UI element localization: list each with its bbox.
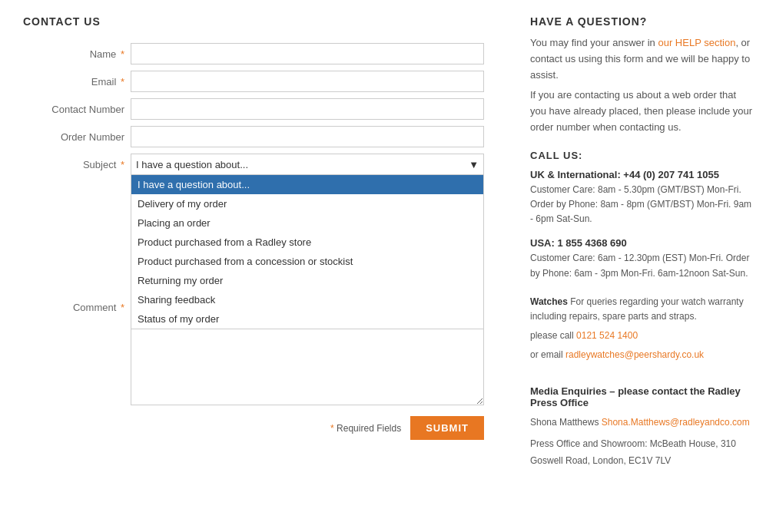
email-label: Email * <box>23 76 131 88</box>
usa-call-section: USA: 1 855 4368 690 Customer Care: 6am -… <box>530 237 753 280</box>
watches-email-label: or email <box>530 349 565 360</box>
help-link[interactable]: our HELP section <box>658 37 735 48</box>
have-question-section: HAVE A QUESTION? You may find your answe… <box>530 15 753 136</box>
watches-phone-line: please call 0121 524 1400 <box>530 329 753 343</box>
comment-required-star: * <box>118 302 124 313</box>
have-question-title: HAVE A QUESTION? <box>530 15 753 28</box>
contact-number-input[interactable] <box>131 98 484 120</box>
watches-email-link[interactable]: radleywatches@peershardy.co.uk <box>565 349 704 360</box>
name-input[interactable] <box>131 43 484 64</box>
dropdown-item-2[interactable]: Placing an order <box>131 213 483 233</box>
media-contact-line: Shona Matthews Shona.Matthews@radleyandc… <box>530 415 753 431</box>
call-us-section: CALL US: UK & International: +44 (0) 207… <box>530 150 753 281</box>
watches-phone-link[interactable]: 0121 524 1400 <box>576 330 638 341</box>
page-title: CONTACT US <box>23 15 484 28</box>
subject-required-star: * <box>118 159 124 170</box>
watches-email-line: or email radleywatches@peershardy.co.uk <box>530 348 753 362</box>
right-info-panel: HAVE A QUESTION? You may find your answe… <box>515 15 753 474</box>
usa-call-label: USA: 1 855 4368 690 <box>530 237 753 249</box>
uk-call-label: UK & International: +44 (0) 207 741 1055 <box>530 169 753 180</box>
contact-number-label: Contact Number <box>23 104 131 115</box>
comment-label: Comment * <box>23 298 131 313</box>
order-number-row: Order Number <box>23 126 484 147</box>
subject-label: Subject * <box>23 159 131 170</box>
call-us-title: CALL US: <box>530 150 753 161</box>
watches-section: Watches For queries regarding your watch… <box>530 295 753 363</box>
subject-dropdown[interactable]: I have a question about... ▼ I have a qu… <box>131 154 484 175</box>
order-number-input[interactable] <box>131 126 484 147</box>
watches-text: Watches For queries regarding your watch… <box>530 295 753 324</box>
watches-phone-label: please call <box>530 330 576 341</box>
name-required-star: * <box>118 48 124 60</box>
media-contact-name: Shona Matthews <box>530 417 599 428</box>
dropdown-item-5[interactable]: Returning my order <box>131 271 483 290</box>
dropdown-item-6[interactable]: Sharing feedback <box>131 290 483 309</box>
dropdown-item-1[interactable]: Delivery of my order <box>131 194 483 213</box>
submit-button[interactable]: SUBMIT <box>410 416 484 440</box>
email-row: Email * <box>23 71 484 92</box>
have-question-text2: If you are contacting us about a web ord… <box>530 88 753 135</box>
watches-label: Watches <box>530 296 568 307</box>
name-label: Name * <box>23 48 131 60</box>
media-title: Media Enquiries – please contact the Rad… <box>530 385 753 408</box>
form-actions: * Required Fields SUBMIT <box>23 416 484 440</box>
uk-hours: Customer Care: 8am - 5.30pm (GMT/BST) Mo… <box>530 183 753 227</box>
email-input[interactable] <box>131 71 484 92</box>
usa-hours: Customer Care: 6am - 12.30pm (EST) Mon-F… <box>530 251 753 280</box>
dropdown-arrow-icon: ▼ <box>469 159 479 170</box>
dropdown-item-3[interactable]: Product purchased from a Radley store <box>131 233 483 252</box>
subject-row: Subject * I have a question about... ▼ I… <box>23 154 484 175</box>
name-row: Name * <box>23 43 484 64</box>
have-question-text1: You may find your answer in our HELP sec… <box>530 35 753 83</box>
subject-dropdown-list: I have a question about... Delivery of m… <box>131 175 484 329</box>
dropdown-item-0[interactable]: I have a question about... <box>131 175 483 194</box>
dropdown-item-4[interactable]: Product purchased from a concession or s… <box>131 252 483 271</box>
order-number-label: Order Number <box>23 131 131 143</box>
media-email-link[interactable]: Shona.Matthews@radleyandco.com <box>602 417 750 428</box>
media-section: Media Enquiries – please contact the Rad… <box>530 385 753 469</box>
email-required-star: * <box>118 76 124 88</box>
uk-call-section: UK & International: +44 (0) 207 741 1055… <box>530 169 753 227</box>
required-fields-note: * Required Fields <box>330 423 401 434</box>
required-star: * <box>330 423 334 434</box>
dropdown-item-7[interactable]: Status of my order <box>131 309 483 329</box>
subject-dropdown-selected[interactable]: I have a question about... ▼ <box>131 154 484 175</box>
subject-selected-text: I have a question about... <box>136 159 248 170</box>
press-office-text: Press Office and Showroom: McBeath House… <box>530 436 753 469</box>
contact-number-row: Contact Number <box>23 98 484 120</box>
required-fields-text: Required Fields <box>337 423 401 434</box>
contact-form-panel: CONTACT US Name * Email * Contact Number… <box>23 15 484 474</box>
